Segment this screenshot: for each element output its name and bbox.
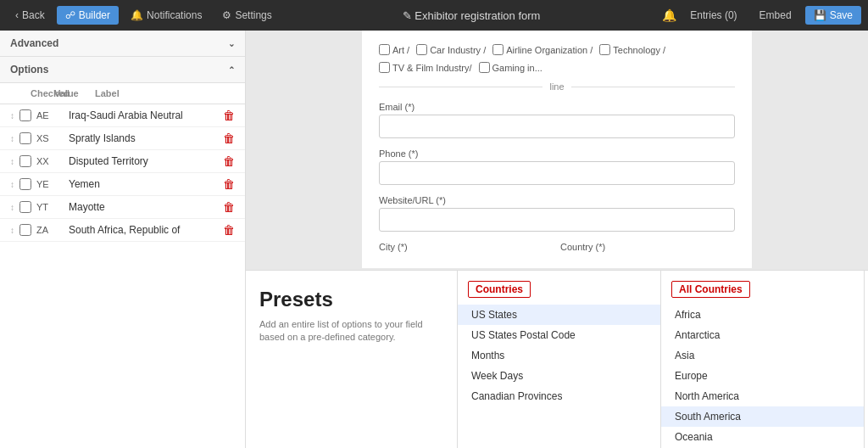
select-all-row: Select all — [865, 281, 868, 314]
drag-handle-icon[interactable]: ↕ — [10, 157, 14, 166]
industry-checkboxes: Art / Car Industry / Airline Organizatio… — [379, 44, 735, 73]
industry-tv[interactable]: TV & Film Industry/ — [379, 62, 472, 73]
industry-tech[interactable]: Technology / — [599, 44, 665, 55]
chevron-down-icon: ⌄ — [228, 39, 235, 48]
choice-label: Mayotte — [69, 201, 218, 213]
choice-checkbox[interactable] — [19, 224, 31, 236]
industry-car[interactable]: Car Industry / — [416, 44, 486, 55]
presets-list-column: Countries US StatesUS States Postal Code… — [458, 271, 661, 448]
country-label: Country (*) — [560, 242, 735, 252]
advanced-section-header[interactable]: Advanced ⌄ — [0, 31, 245, 57]
sub-presets-list: AfricaAntarcticaAsiaEuropeNorth AmericaS… — [661, 305, 864, 447]
presets-overlay: Presets Add an entire list of options to… — [246, 270, 868, 448]
delete-icon[interactable]: 🗑 — [223, 200, 235, 214]
choice-checkbox[interactable] — [19, 201, 31, 213]
drag-handle-icon[interactable]: ↕ — [10, 180, 14, 189]
country-item: Andorra, Principality of — [865, 314, 868, 350]
delete-icon[interactable]: 🗑 — [223, 154, 235, 168]
form-area: Art / Car Industry / Airline Organizatio… — [362, 31, 752, 268]
countries-column: Select all Andorra, Principality of Unit… — [865, 271, 868, 448]
choices-header-row: Checked Value Label — [0, 83, 245, 104]
drag-handle-icon[interactable]: ↕ — [10, 134, 14, 143]
preset-list-item[interactable]: Canadian Provinces — [458, 386, 660, 406]
choice-label: Iraq-Saudi Arabia Neutral — [69, 109, 218, 121]
notifications-button[interactable]: 🔔 Notifications — [122, 6, 210, 25]
embed-button[interactable]: Embed — [751, 6, 800, 25]
sub-presets-header: All Countries — [671, 281, 750, 298]
choice-label: Disputed Territory — [69, 155, 218, 167]
website-input[interactable] — [379, 208, 735, 232]
industry-art[interactable]: Art / — [379, 44, 409, 55]
email-field-row: Email (*) — [379, 102, 735, 138]
builder-button[interactable]: ☍ Builder — [57, 6, 119, 25]
delete-icon[interactable]: 🗑 — [223, 109, 235, 122]
country-item: United Arab Emirates — [865, 350, 868, 385]
nav-right-actions: 🔔 Entries (0) Embed 💾 Save — [662, 6, 861, 25]
line-label: line — [542, 81, 570, 92]
country-item: Antigua and Barbuda — [865, 421, 868, 448]
countries-list: Andorra, Principality of United Arab Emi… — [865, 314, 868, 448]
choice-value: AE — [36, 110, 64, 120]
back-button[interactable]: ‹ Back — [7, 6, 53, 25]
options-section-header[interactable]: Options ⌃ — [0, 57, 245, 83]
sub-preset-item[interactable]: Africa — [661, 305, 864, 325]
bell-icon-right: 🔔 — [662, 8, 676, 22]
builder-label: Builder — [79, 9, 110, 21]
notifications-label: Notifications — [147, 9, 202, 21]
choice-label: Spratly Islands — [69, 132, 218, 144]
choice-checkbox[interactable] — [19, 155, 31, 167]
sub-preset-item[interactable]: North America — [661, 386, 864, 406]
checked-col-header: Checked — [31, 88, 47, 98]
settings-button[interactable]: ⚙ Settings — [214, 6, 280, 25]
top-navigation: ‹ Back ☍ Builder 🔔 Notifications ⚙ Setti… — [0, 0, 868, 31]
preset-list-item[interactable]: US States Postal Code — [458, 325, 660, 345]
choice-checkbox[interactable] — [19, 178, 31, 190]
sub-preset-item[interactable]: South America — [661, 406, 864, 427]
choice-row: ↕ XX Disputed Territory 🗑 — [0, 150, 245, 173]
sub-preset-item[interactable]: Antarctica — [661, 325, 864, 345]
sub-preset-item[interactable]: Europe — [661, 366, 864, 386]
drag-handle-icon[interactable]: ↕ — [10, 111, 14, 120]
sub-preset-item[interactable]: Asia — [661, 345, 864, 366]
settings-label: Settings — [235, 9, 271, 21]
industry-airline[interactable]: Airline Organization / — [492, 44, 593, 55]
choices-list: ↕ AE Iraq-Saudi Arabia Neutral 🗑 ↕ XS Sp… — [0, 104, 245, 242]
edit-icon: ✎ — [403, 9, 412, 22]
presets-title: Presets — [259, 288, 443, 311]
choice-row: ↕ ZA South Africa, Republic of 🗑 — [0, 219, 245, 242]
preset-list-item[interactable]: Week Days — [458, 366, 660, 386]
phone-field-row: Phone (*) — [379, 148, 735, 185]
choice-label: Yemen — [69, 178, 218, 190]
phone-input[interactable] — [379, 161, 735, 185]
choice-row: ↕ YT Mayotte 🗑 — [0, 196, 245, 219]
builder-icon: ☍ — [65, 9, 75, 21]
choice-checkbox[interactable] — [19, 109, 31, 121]
back-label: Back — [22, 9, 45, 21]
city-label: City (*) — [379, 242, 554, 252]
delete-icon[interactable]: 🗑 — [223, 223, 235, 237]
choice-row: ↕ YE Yemen 🗑 — [0, 173, 245, 196]
center-panel: Art / Car Industry / Airline Organizatio… — [246, 31, 868, 448]
website-label: Website/URL (*) — [379, 195, 735, 205]
drag-handle-icon[interactable]: ↕ — [10, 203, 14, 212]
choice-label: South Africa, Republic of — [69, 224, 218, 236]
industry-gaming[interactable]: Gaming in... — [479, 62, 542, 73]
main-layout: Advanced ⌄ Options ⌃ Checked Value Label… — [0, 31, 868, 448]
delete-icon[interactable]: 🗑 — [223, 177, 235, 191]
email-input[interactable] — [379, 115, 735, 138]
preset-list-item[interactable]: Months — [458, 345, 660, 366]
choice-checkbox[interactable] — [19, 132, 31, 144]
presets-description: Add an entire list of options to your fi… — [259, 318, 443, 344]
preset-list-item[interactable]: US States — [458, 305, 660, 325]
phone-label: Phone (*) — [379, 148, 735, 159]
sub-preset-item[interactable]: Oceania — [661, 427, 864, 447]
drag-handle-icon[interactable]: ↕ — [10, 226, 14, 235]
delete-icon[interactable]: 🗑 — [223, 132, 235, 145]
choice-value: XX — [36, 156, 64, 166]
choice-row: ↕ AE Iraq-Saudi Arabia Neutral 🗑 — [0, 104, 245, 127]
gear-icon: ⚙ — [222, 9, 231, 21]
choice-value: YT — [36, 202, 64, 212]
left-panel: Advanced ⌄ Options ⌃ Checked Value Label… — [0, 31, 246, 448]
save-button[interactable]: 💾 Save — [805, 6, 861, 25]
entries-button[interactable]: Entries (0) — [682, 6, 745, 25]
